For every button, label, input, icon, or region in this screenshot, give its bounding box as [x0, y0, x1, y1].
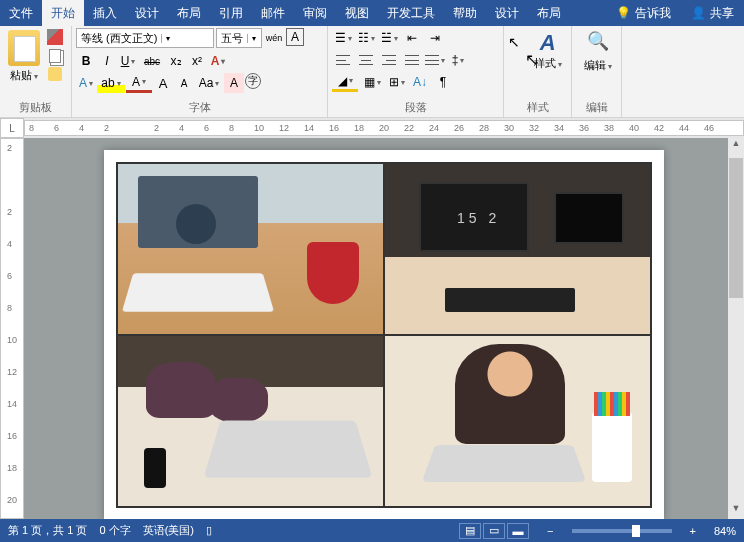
char-border-button[interactable]: A — [286, 28, 304, 46]
vertical-ruler[interactable]: 22468101214161820 — [0, 138, 24, 519]
tab-review[interactable]: 审阅 — [294, 0, 336, 26]
scroll-down-arrow-icon[interactable]: ▼ — [728, 503, 744, 519]
ruler-tab-selector[interactable]: L — [0, 118, 24, 138]
align-center-icon — [359, 55, 373, 65]
group-clipboard: 粘贴▾ 剪贴板 — [0, 26, 72, 117]
pilcrow-icon: ¶ — [440, 75, 446, 89]
align-right-button[interactable] — [378, 50, 400, 70]
font-name-combo[interactable]: 等线 (西文正文)▾ — [76, 28, 214, 48]
phonetic-guide-button[interactable]: wén — [264, 28, 284, 48]
tab-view[interactable]: 视图 — [336, 0, 378, 26]
numbering-button[interactable]: ☷▾ — [355, 28, 377, 48]
highlight-button[interactable]: ab▾ — [97, 73, 125, 93]
italic-button[interactable]: I — [97, 51, 117, 71]
bullets-button[interactable]: ☰▾ — [332, 28, 354, 48]
font-color-button[interactable]: A▾ — [126, 73, 152, 93]
subscript-button[interactable]: x₂ — [166, 51, 186, 71]
shading-button[interactable]: ◢▾ — [332, 72, 358, 92]
cut-button[interactable] — [46, 28, 64, 46]
multilevel-list-button[interactable]: ☱▾ — [378, 28, 400, 48]
multilevel-icon: ☱ — [381, 31, 392, 45]
format-painter-button[interactable] — [46, 66, 64, 82]
tab-home[interactable]: 开始 — [42, 0, 84, 26]
distributed-button[interactable]: ▾ — [424, 50, 446, 70]
decrease-indent-button[interactable]: ⇤ — [401, 28, 423, 48]
page-viewport[interactable]: ▲ ▼ — [24, 138, 744, 519]
sort-icon: A↓ — [413, 75, 427, 89]
tab-devtools[interactable]: 开发工具 — [378, 0, 444, 26]
macro-record-icon[interactable]: ▯ — [206, 524, 212, 537]
underline-button[interactable]: U▾ — [118, 51, 138, 71]
read-mode-button[interactable]: ▤ — [459, 523, 481, 539]
enclose-char-button[interactable]: 字 — [245, 73, 261, 89]
zoom-in-button[interactable]: + — [684, 525, 702, 537]
styles-button[interactable]: 样式▾ — [534, 56, 562, 71]
language-indicator[interactable]: 英语(美国) — [143, 523, 194, 538]
change-case-button[interactable]: Aa▾ — [195, 73, 223, 93]
zoom-out-button[interactable]: − — [541, 525, 559, 537]
zoom-level[interactable]: 84% — [714, 525, 736, 537]
share-button[interactable]: 👤 共享 — [681, 5, 744, 22]
borders-button[interactable]: ▦▾ — [359, 72, 385, 92]
web-layout-button[interactable]: ▬ — [507, 523, 529, 539]
styles-group-label: 样式 — [504, 100, 571, 115]
show-marks-button[interactable]: ¶ — [432, 72, 454, 92]
strikethrough-button[interactable]: abc — [139, 51, 165, 71]
ribbon: 粘贴▾ 剪贴板 等线 (西文正文)▾ 五号▾ wén A B I U▾ abc — [0, 26, 744, 118]
editing-button[interactable]: 编辑▾ — [584, 58, 612, 73]
font-size-combo[interactable]: 五号▾ — [216, 28, 262, 48]
snap-to-grid-button[interactable]: ⊞▾ — [386, 72, 408, 92]
table-cell-image[interactable] — [117, 163, 384, 335]
status-bar: 第 1 页，共 1 页 0 个字 英语(美国) ▯ ▤ ▭ ▬ − + 84% — [0, 519, 744, 542]
increase-indent-button[interactable]: ⇥ — [424, 28, 446, 48]
person-icon: 👤 — [691, 6, 706, 20]
text-effects-button[interactable]: A▾ — [208, 51, 228, 71]
sort-button[interactable]: A↓ — [409, 72, 431, 92]
paragraph-group-label: 段落 — [328, 100, 503, 115]
print-layout-button[interactable]: ▭ — [483, 523, 505, 539]
bold-button[interactable]: B — [76, 51, 96, 71]
borders-icon: ▦ — [364, 75, 375, 89]
tab-layout[interactable]: 布局 — [168, 0, 210, 26]
group-paragraph: ☰▾ ☷▾ ☱▾ ⇤ ⇥ ▾ ‡▾ ◢▾ ▦▾ ⊞▾ A↓ ¶ — [328, 26, 504, 117]
word-count[interactable]: 0 个字 — [99, 523, 130, 538]
tab-table-layout[interactable]: 布局 — [528, 0, 570, 26]
text-outline-button[interactable]: A▾ — [76, 73, 96, 93]
align-left-button[interactable] — [332, 50, 354, 70]
styles-icon[interactable]: A — [540, 30, 556, 56]
horizontal-ruler[interactable]: 8642246810121416182022242628303234363840… — [24, 120, 744, 136]
vertical-scrollbar[interactable]: ▲ ▼ — [728, 138, 744, 519]
document-area: 22468101214161820 ▲ ▼ — [0, 138, 744, 519]
numbering-icon: ☷ — [358, 31, 369, 45]
tab-help[interactable]: 帮助 — [444, 0, 486, 26]
ruler-row: L 86422468101214161820222426283032343638… — [0, 118, 744, 138]
tab-insert[interactable]: 插入 — [84, 0, 126, 26]
table-cell-image[interactable] — [384, 335, 651, 507]
copy-button[interactable] — [46, 48, 64, 64]
scroll-up-arrow-icon[interactable]: ▲ — [728, 138, 744, 154]
clear-formatting-button[interactable]: A — [224, 73, 244, 93]
page-indicator[interactable]: 第 1 页，共 1 页 — [8, 523, 87, 538]
paste-icon[interactable] — [8, 30, 40, 66]
tab-design[interactable]: 设计 — [126, 0, 168, 26]
tab-table-design[interactable]: 设计 — [486, 0, 528, 26]
table-cell-image[interactable] — [384, 163, 651, 335]
scrollbar-thumb[interactable] — [729, 158, 743, 298]
align-right-icon — [382, 55, 396, 65]
table-cell-image[interactable] — [117, 335, 384, 507]
tab-file[interactable]: 文件 — [0, 0, 42, 26]
justify-button[interactable] — [401, 50, 423, 70]
superscript-button[interactable]: x² — [187, 51, 207, 71]
tell-me-search[interactable]: 💡 告诉我 — [606, 5, 681, 22]
paste-button[interactable]: 粘贴▾ — [10, 68, 38, 83]
zoom-slider[interactable] — [572, 529, 672, 533]
tab-references[interactable]: 引用 — [210, 0, 252, 26]
tab-mailings[interactable]: 邮件 — [252, 0, 294, 26]
grow-font-button[interactable]: A — [153, 73, 173, 93]
align-center-button[interactable] — [355, 50, 377, 70]
line-spacing-button[interactable]: ‡▾ — [447, 50, 469, 70]
shrink-font-button[interactable]: A — [174, 73, 194, 93]
find-icon[interactable]: 🔍 — [587, 30, 609, 52]
tell-me-label: 告诉我 — [635, 5, 671, 22]
paint-bucket-icon: ◢ — [338, 74, 347, 88]
